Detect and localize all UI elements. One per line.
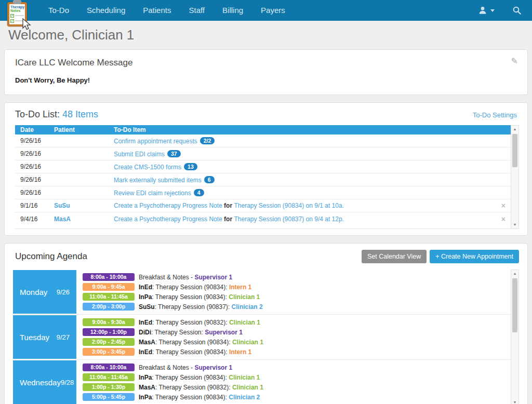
appointment-desc: : Therapy Session (90834): — [152, 293, 229, 301]
todo-session-link[interactable]: Therapy Session (90834) on 9/1 at 10a. — [234, 202, 343, 209]
todo-item-text: for — [222, 216, 234, 223]
appointment-row[interactable]: 11:00a - 11:45aInPa: Therapy Session (90… — [83, 372, 511, 382]
appointment-staff: Supervisor 1 — [205, 329, 243, 336]
user-menu-button[interactable] — [478, 6, 495, 15]
todo-item-link[interactable]: Create a Psychotherapy Progress Note — [114, 216, 222, 223]
welcome-message-title: ICare LLC Welcome Message — [15, 58, 517, 68]
nav-item-billing[interactable]: Billing — [214, 0, 252, 21]
todo-item-link[interactable]: Create CMS-1500 forms — [114, 164, 181, 171]
todo-date: 9/1/16 — [15, 202, 54, 209]
todo-count-link[interactable]: 48 Items — [62, 109, 98, 119]
todo-count-badge: 6 — [204, 176, 215, 183]
nav-item-staff[interactable]: Staff — [180, 0, 214, 21]
appointment-text: Breakfast & Notes - Supervisor 1 — [139, 364, 232, 371]
appointment-row[interactable]: 1:00p - 1:30pMasA: Therapy Session (9083… — [83, 382, 511, 392]
appointment-patient: MasA — [139, 339, 155, 346]
agenda-table-wrap: Monday9/268:00a - 10:00aBreakfast & Note… — [13, 270, 519, 404]
todo-scrollbar[interactable]: ▲ ▼ — [511, 125, 519, 229]
nav-item-scheduling[interactable]: Scheduling — [78, 0, 134, 21]
appointment-patient: InPa — [139, 374, 152, 381]
page-title: Welcome, Clinician 1 — [8, 27, 524, 43]
todo-count-badge: 2/2 — [200, 137, 215, 144]
agenda-day-row: Wednesday9/288:00a - 10:00aBreakfast & N… — [13, 359, 511, 404]
appointment-row[interactable]: 2:00p - 3:00pSuSu: Therapy Session (9083… — [83, 302, 511, 312]
scroll-down-icon[interactable]: ▼ — [511, 221, 518, 228]
dismiss-icon[interactable]: × — [501, 216, 506, 223]
logo-word-2: Notes — [10, 9, 24, 12]
appointment-staff: Clinician 1 — [229, 374, 260, 381]
appointment-staff: Clinician 1 — [229, 293, 260, 301]
agenda-appointments: 9:00a - 9:30aInEd: Therapy Session (9083… — [76, 315, 511, 359]
todo-item-link[interactable]: Review EDI claim rejections — [114, 190, 191, 197]
scroll-thumb[interactable] — [512, 278, 517, 332]
appointment-desc: : Therapy Session (90834): — [155, 339, 232, 346]
appointment-desc: : Therapy Session (90834): — [152, 374, 229, 381]
nav-right — [478, 6, 532, 15]
todo-table: Date Patient To-Do Item 9/26/16Confirm a… — [15, 125, 511, 229]
todo-item-link[interactable]: Submit EDI claims — [114, 151, 165, 158]
appointment-row[interactable]: 11:00a - 11:45aInPa: Therapy Session (90… — [83, 292, 511, 302]
todo-date: 9/4/16 — [15, 216, 54, 223]
nav-item-payers[interactable]: Payers — [252, 0, 294, 21]
todo-settings-link[interactable]: To-Do Settings — [473, 111, 517, 119]
appointment-time-badge: 2:00p - 3:00p — [83, 303, 135, 311]
appointment-desc: : Therapy Session (90832): — [155, 384, 232, 391]
appointment-row[interactable]: 3:00p - 3:45pInEd: Therapy Session (9083… — [83, 347, 511, 357]
todo-session-link[interactable]: Therapy Session (90837) on 9/4 at 12p. — [234, 216, 343, 223]
agenda-day-name: Monday — [20, 288, 47, 297]
appointment-staff: Clinician 1 — [232, 384, 263, 391]
agenda-day-date: 9/26 — [57, 288, 70, 296]
appointment-text: DiDi: Therapy Session: Supervisor 1 — [139, 329, 243, 336]
therapynotes-logo[interactable]: Therapy Notes ✓ ✓ — [7, 2, 27, 26]
set-calendar-view-button[interactable]: Set Calendar View — [362, 250, 427, 263]
todo-item-link[interactable]: Mark externally submitted items — [114, 177, 202, 184]
appointment-row[interactable]: 8:00a - 10:00aBreakfast & Notes - Superv… — [83, 272, 511, 282]
scroll-down-icon[interactable]: ▼ — [511, 399, 518, 404]
scroll-up-icon[interactable]: ▲ — [511, 270, 518, 277]
appointment-time-badge: 11:00a - 11:45a — [83, 293, 135, 301]
todo-item-cell: Create a Psychotherapy Progress Note for… — [114, 216, 511, 223]
todo-table-row: 9/26/16Confirm appointment requests2/2 — [15, 134, 511, 147]
appointment-row[interactable]: 5:00p - 5:45pInPa: Therapy Session (9083… — [83, 392, 511, 402]
todo-header: To-Do List: 48 Items To-Do Settings — [5, 109, 527, 120]
nav-items: To-DoSchedulingPatientsStaffBillingPayer… — [39, 0, 294, 21]
todo-item-text: for — [222, 202, 234, 209]
scroll-up-icon[interactable]: ▲ — [511, 126, 518, 133]
appointment-time-badge: 8:00a - 10:00a — [83, 363, 135, 371]
search-icon[interactable] — [512, 6, 522, 15]
nav-item-to-do[interactable]: To-Do — [39, 0, 78, 21]
appointment-staff: Intern 1 — [229, 348, 251, 356]
appointment-text: InPa: Therapy Session (90834): Clinician… — [139, 394, 260, 401]
logo-checkbox-row: ✓ — [10, 14, 24, 18]
appointment-desc: : Therapy Session: — [151, 329, 205, 336]
appointment-text: InEd: Therapy Session (90832): Clinician… — [139, 319, 260, 326]
appointment-time-badge: 9:00a - 9:30a — [83, 318, 135, 326]
appointment-staff: Clinician 2 — [232, 303, 263, 311]
todo-item-link[interactable]: Create a Psychotherapy Progress Note — [114, 202, 222, 209]
user-icon — [478, 6, 487, 15]
dismiss-icon[interactable]: × — [501, 202, 506, 209]
todo-table-row: 9/26/16Submit EDI claims37 — [15, 147, 511, 160]
appointment-row[interactable]: 8:00a - 10:00aBreakfast & Notes - Superv… — [83, 362, 511, 372]
agenda-scrollbar[interactable]: ▲ ▼ — [511, 270, 519, 404]
appointment-time-badge: 3:00p - 3:45p — [83, 348, 135, 356]
todo-item-link[interactable]: Confirm appointment requests — [114, 138, 197, 145]
appointment-desc: Breakfast & Notes - — [139, 364, 194, 371]
nav-item-patients[interactable]: Patients — [134, 0, 180, 21]
agenda-day-cell: Tuesday9/27 — [13, 315, 76, 359]
column-header-patient: Patient — [54, 126, 114, 133]
appointment-row[interactable]: 9:00a - 9:30aInEd: Therapy Session (9083… — [83, 317, 511, 327]
welcome-message-body: Don't Worry, Be Happy! — [15, 76, 517, 84]
appointment-row[interactable]: 2:00p - 2:45pMasA: Therapy Session (9083… — [83, 337, 511, 347]
todo-date: 9/26/16 — [15, 189, 54, 196]
clipboard-clip-icon — [13, 0, 21, 4]
todo-patient-link[interactable]: MasA — [54, 216, 114, 223]
appointment-patient: SuSu — [139, 303, 155, 311]
edit-pencil-icon[interactable]: ✎ — [511, 56, 518, 66]
appointment-desc: Breakfast & Notes - — [139, 274, 194, 281]
scroll-thumb[interactable] — [512, 134, 517, 167]
todo-patient-link[interactable]: SuSu — [54, 202, 114, 209]
appointment-row[interactable]: 9:00a - 9:45aInEd: Therapy Session (9083… — [83, 282, 511, 292]
appointment-row[interactable]: 12:00p - 1:00pDiDi: Therapy Session: Sup… — [83, 327, 511, 337]
create-new-appointment-button[interactable]: + Create New Appointment — [430, 250, 519, 263]
